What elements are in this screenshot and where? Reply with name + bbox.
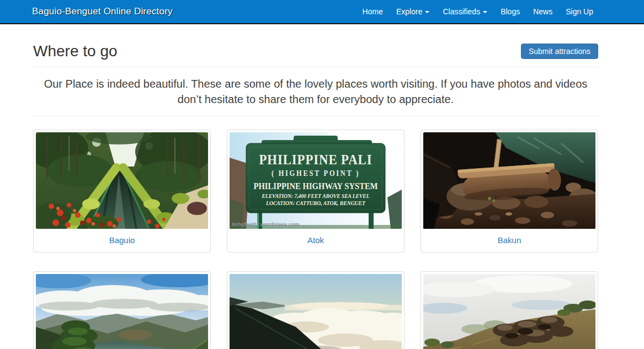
attraction-caption-baguio[interactable]: Baguio <box>36 229 208 250</box>
nav-item-home[interactable]: Home <box>356 7 390 16</box>
sign-line-5: LOCATION: CATTUBO, ATOK, BENGUET <box>265 201 366 206</box>
intro-text: Our Place is indeed beautiful. These are… <box>36 76 595 107</box>
nav-item-signup[interactable]: Sign Up <box>559 7 600 16</box>
attraction-card-4 <box>33 271 211 349</box>
brand-link[interactable]: Baguio-Benguet Online Directory <box>32 6 173 17</box>
caret-down-icon <box>425 11 429 13</box>
mountain-lake-photo[interactable] <box>36 274 208 349</box>
sign-line-1: PHILIPPINE PALI <box>259 152 372 167</box>
attraction-card-6 <box>421 271 598 349</box>
photo-watermark: itchyfeet07.wordpress.com <box>232 221 300 227</box>
nav-item-explore[interactable]: Explore <box>390 7 436 16</box>
baguio-photo-illustration <box>36 132 208 229</box>
mountain-lake-illustration <box>36 274 208 349</box>
nav-item-label: Home <box>363 7 383 16</box>
sea-of-clouds-illustration <box>230 274 402 349</box>
grassy-hill-illustration <box>423 274 595 349</box>
philippine-pali-sign-photo[interactable]: PHILIPPINE PALI ( HIGHEST POINT ) PHILIP… <box>230 132 402 229</box>
wright-park-pool-photo[interactable] <box>36 132 208 229</box>
sign-line-3: PHILIPPINE HIGHWAY SYSTEM <box>254 181 378 191</box>
sign-line-2: ( HIGHEST POINT ) <box>272 169 360 178</box>
page-header: Where to go Submit attractions <box>33 43 598 60</box>
nav-item-label: News <box>533 7 552 16</box>
navbar-container: Baguio-Benguet Online Directory Home Exp… <box>0 6 644 17</box>
attractions-grid: Baguio <box>33 130 598 349</box>
main-content: Where to go Submit attractions Our Place… <box>33 43 598 349</box>
attraction-card-baguio: Baguio <box>33 130 211 253</box>
navbar: Baguio-Benguet Online Directory Home Exp… <box>0 0 644 24</box>
cave-coffin-photo[interactable] <box>423 132 595 229</box>
atok-photo-illustration: PHILIPPINE PALI ( HIGHEST POINT ) PHILIP… <box>230 132 402 229</box>
attraction-card-5 <box>227 271 405 349</box>
divider <box>33 116 598 116</box>
attraction-caption-bakun[interactable]: Bakun <box>423 229 595 250</box>
nav-item-label: Explore <box>396 7 422 16</box>
nav-links: Home Explore Classifieds Blogs News Sign… <box>356 7 600 16</box>
nav-item-label: Blogs <box>501 7 520 16</box>
attraction-caption-atok[interactable]: Atok <box>230 229 402 250</box>
submit-attractions-button[interactable]: Submit attractions <box>521 44 598 59</box>
nav-item-blogs[interactable]: Blogs <box>494 7 526 16</box>
grassy-hill-photo[interactable] <box>423 274 595 349</box>
nav-item-classifieds[interactable]: Classifieds <box>436 7 494 16</box>
sea-of-clouds-photo[interactable] <box>230 274 402 349</box>
divider <box>33 67 598 67</box>
page-title: Where to go <box>33 43 118 60</box>
sign-line-4: ELEVATION: 7,400 FEET ABOVE SEA LEVEL <box>261 194 369 199</box>
bakun-photo-illustration <box>423 132 595 229</box>
attraction-card-bakun: Bakun <box>421 130 598 253</box>
nav-item-label: Classifieds <box>443 7 480 16</box>
nav-item-news[interactable]: News <box>526 7 559 16</box>
caret-down-icon <box>483 11 487 13</box>
nav-item-label: Sign Up <box>566 7 593 16</box>
attraction-card-atok: PHILIPPINE PALI ( HIGHEST POINT ) PHILIP… <box>227 130 405 253</box>
